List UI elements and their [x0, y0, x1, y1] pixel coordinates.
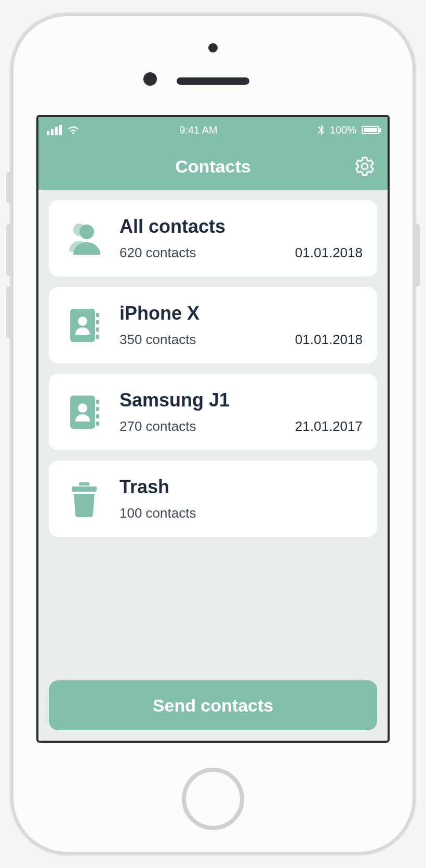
- status-time: 9:41 AM: [79, 124, 317, 136]
- svg-rect-5: [96, 327, 99, 332]
- screen: 9:41 AM 100% Contacts All: [36, 115, 390, 743]
- card-title: iPhone X: [119, 303, 363, 324]
- svg-point-13: [78, 403, 87, 413]
- card-date: 01.01.2018: [295, 332, 363, 348]
- card-subtitle: 350 contacts: [119, 332, 196, 348]
- addressbook-icon: [63, 307, 105, 344]
- card-subtitle: 100 contacts: [119, 505, 196, 521]
- phone-side-button: [6, 286, 11, 338]
- card-subtitle: 620 contacts: [119, 245, 196, 261]
- card-title: Trash: [119, 476, 363, 498]
- settings-button[interactable]: [352, 156, 375, 177]
- signal-icon: [47, 125, 62, 135]
- phone-camera: [208, 43, 218, 52]
- status-bar: 9:41 AM 100%: [38, 117, 388, 143]
- battery-percent: 100%: [330, 124, 356, 136]
- svg-rect-3: [96, 313, 99, 317]
- addressbook-icon: [63, 393, 105, 431]
- svg-point-7: [78, 317, 87, 326]
- content-area: All contacts 620 contacts 01.01.2018 iPh…: [38, 190, 388, 680]
- svg-rect-4: [96, 320, 99, 324]
- send-contacts-button[interactable]: Send contacts: [49, 680, 377, 730]
- contacts-card-device[interactable]: Samsung J1 270 contacts 21.01.2017: [49, 374, 377, 450]
- people-icon: [63, 221, 105, 256]
- card-title: All contacts: [119, 216, 363, 238]
- svg-rect-6: [96, 335, 99, 339]
- battery-icon: [362, 126, 379, 134]
- trash-icon: [63, 480, 105, 518]
- phone-frame: 9:41 AM 100% Contacts All: [10, 13, 416, 855]
- svg-rect-11: [96, 414, 99, 418]
- svg-rect-12: [96, 422, 99, 426]
- svg-point-1: [79, 225, 94, 239]
- svg-rect-10: [96, 407, 99, 411]
- contacts-card-all[interactable]: All contacts 620 contacts 01.01.2018: [49, 200, 377, 277]
- bluetooth-icon: [317, 125, 325, 135]
- home-button[interactable]: [182, 768, 244, 830]
- phone-side-button: [415, 224, 420, 286]
- footer: Send contacts: [38, 680, 388, 741]
- contacts-card-device[interactable]: iPhone X 350 contacts 01.01.2018: [49, 287, 377, 363]
- phone-speaker: [177, 77, 249, 85]
- card-title: Samsung J1: [119, 389, 363, 411]
- svg-rect-14: [72, 486, 97, 492]
- nav-bar: Contacts: [38, 143, 388, 190]
- phone-side-button: [6, 172, 11, 203]
- wifi-icon: [67, 125, 79, 135]
- card-date: 21.01.2017: [295, 418, 363, 435]
- page-title: Contacts: [74, 156, 352, 177]
- card-date: 01.01.2018: [295, 245, 363, 261]
- svg-rect-9: [96, 400, 99, 404]
- contacts-card-trash[interactable]: Trash 100 contacts: [49, 461, 377, 537]
- card-subtitle: 270 contacts: [119, 418, 196, 435]
- phone-side-button: [6, 224, 11, 276]
- gear-icon: [354, 156, 375, 177]
- phone-sensor: [143, 72, 157, 86]
